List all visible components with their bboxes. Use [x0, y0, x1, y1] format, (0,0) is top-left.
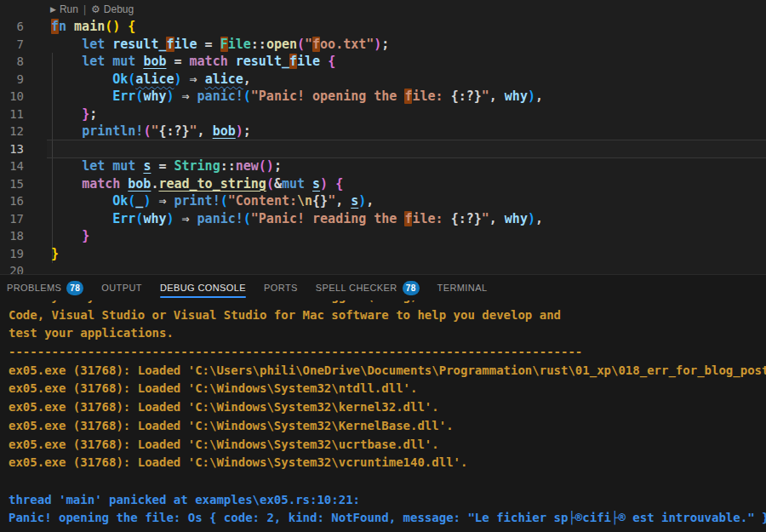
code-token: let	[82, 54, 105, 69]
code-text: }	[47, 227, 766, 245]
code-token: )	[374, 37, 381, 52]
line-number[interactable]: 7	[0, 36, 24, 54]
code-text: match bob.read_to_string(&mut s) {	[47, 175, 766, 193]
code-token: {}	[312, 193, 328, 209]
code-line[interactable]: 13	[0, 140, 766, 158]
code-line[interactable]: 10 Err(why) ⇒ panic!("Panic! opening the…	[0, 88, 766, 106]
code-line[interactable]: 14 let mut s = String::new();	[0, 157, 766, 175]
code-token: alice	[205, 72, 243, 87]
code-text: Ok(_) ⇒ print!("Content:\n{}", s),	[47, 192, 766, 210]
tab-spell-checker[interactable]: SPELL CHECKER78	[316, 275, 420, 300]
code-token: ,	[243, 72, 251, 87]
line-number[interactable]: 11	[0, 106, 24, 123]
line-number[interactable]: 9	[0, 71, 24, 89]
code-line[interactable]: 17 Err(why) ⇒ panic!("Panic! reading the…	[0, 210, 766, 228]
console-line: ex05.exe (31768): Loaded 'C:\Windows\Sys…	[9, 436, 766, 455]
console-line: thread 'main' panicked at examples\ex05.…	[9, 491, 766, 510]
code-token: s	[351, 193, 358, 209]
line-number[interactable]: 15	[0, 175, 24, 193]
code-token: Err	[112, 211, 135, 226]
code-token: (	[266, 176, 274, 192]
code-token: panic!	[197, 89, 243, 104]
code-token: (	[128, 72, 135, 87]
bottom-panel: PROBLEMS78OUTPUTDEBUG CONSOLEPORTSSPELL …	[0, 274, 766, 532]
code-token	[105, 158, 112, 174]
tab-label: PORTS	[264, 283, 298, 293]
line-number[interactable]: 10	[0, 88, 24, 106]
code-line[interactable]: 12 println!("{:?}", bob);	[0, 123, 766, 140]
tab-count-badge: 78	[403, 281, 420, 295]
line-number[interactable]: 13	[0, 140, 24, 158]
line-number[interactable]: 14	[0, 157, 24, 175]
code-line[interactable]: 16 Ok(_) ⇒ print!("Content:\n{}", s),	[0, 192, 766, 210]
code-line[interactable]: 11 };	[0, 106, 766, 123]
code-token: )	[528, 89, 535, 104]
code-text: fn main() {	[47, 18, 766, 36]
tab-ports[interactable]: PORTS	[264, 275, 298, 300]
code-token: ;	[89, 106, 97, 122]
line-number[interactable]: 20	[0, 262, 24, 274]
code-line[interactable]: 18 }	[0, 227, 766, 245]
code-token	[51, 228, 82, 243]
line-number[interactable]: 19	[0, 245, 24, 263]
code-token: let	[82, 37, 105, 52]
code-line[interactable]: 9 Ok(alice) ⇒ alice,	[0, 71, 766, 89]
debug-codelens-button[interactable]: ⚙Debug	[91, 3, 134, 15]
code-line[interactable]: 7 let result_file = File::open("foo.txt"…	[0, 36, 766, 54]
line-number[interactable]: 6	[0, 18, 24, 36]
tab-output[interactable]: OUTPUT	[101, 275, 142, 300]
code-line[interactable]: 19}	[0, 245, 766, 263]
code-token: ,	[535, 89, 543, 104]
run-codelens-button[interactable]: ▶Run	[50, 3, 78, 15]
find-match-highlight: F	[220, 37, 228, 52]
debug-codelens-label: Debug	[104, 3, 134, 15]
code-token	[66, 19, 74, 34]
code-line[interactable]: 20	[0, 262, 766, 274]
code-token: )	[166, 211, 174, 226]
console-line: Panic! opening the file: Os { code: 2, k…	[9, 509, 766, 528]
code-line[interactable]: 8 let mut bob = match result_file {	[0, 53, 766, 71]
code-token: mut	[112, 54, 135, 69]
tab-debug-console[interactable]: DEBUG CONSOLE	[160, 275, 246, 300]
line-number[interactable]: 17	[0, 210, 24, 228]
code-token	[51, 106, 82, 122]
code-token	[320, 54, 328, 69]
code-editor[interactable]: ▶Run | ⚙Debug 6fn main() {7 let result_f…	[0, 0, 766, 274]
code-token	[190, 211, 197, 226]
debug-console-output[interactable]: You may only use the Microsoft .NET Core…	[0, 300, 766, 532]
code-token	[51, 158, 82, 174]
code-token: \n	[297, 193, 312, 209]
code-token	[228, 54, 236, 69]
code-token: bob	[213, 123, 236, 139]
gear-icon: ⚙	[91, 3, 100, 15]
panel-tabbar: PROBLEMS78OUTPUTDEBUG CONSOLEPORTSSPELL …	[0, 275, 766, 300]
code-line[interactable]: 15 match bob.read_to_string(&mut s) {	[0, 175, 766, 193]
code-text: Err(why) ⇒ panic!("Panic! reading the fi…	[47, 210, 766, 228]
codelens-separator: |	[83, 3, 86, 15]
code-token: ,	[489, 211, 505, 226]
line-number[interactable]: 12	[0, 123, 24, 140]
code-token: "	[482, 89, 489, 104]
code-token	[328, 176, 335, 192]
code-token	[120, 176, 128, 192]
code-token: ()	[105, 19, 120, 34]
line-number[interactable]: 18	[0, 227, 24, 245]
tab-label: DEBUG CONSOLE	[160, 283, 246, 293]
code-token	[105, 54, 112, 69]
code-text: println!("{:?}", bob);	[47, 123, 766, 140]
line-number[interactable]: 8	[0, 53, 24, 71]
code-token: ⇒	[182, 211, 190, 226]
run-icon: ▶	[50, 5, 56, 14]
code-token: match	[190, 54, 228, 69]
tab-terminal[interactable]: TERMINAL	[437, 275, 488, 300]
code-token: "	[482, 211, 489, 226]
find-match-highlight: f	[166, 37, 174, 52]
tab-problems[interactable]: PROBLEMS78	[7, 275, 83, 300]
code-text: Err(why) ⇒ panic!("Panic! opening the fi…	[47, 88, 766, 106]
line-number[interactable]: 16	[0, 192, 24, 210]
code-token: "Panic! reading the	[251, 211, 405, 226]
code-token: ()	[259, 158, 274, 174]
code-line[interactable]: 6fn main() {	[0, 18, 766, 36]
code-token	[51, 193, 112, 209]
code-token: "Content:	[228, 193, 297, 209]
